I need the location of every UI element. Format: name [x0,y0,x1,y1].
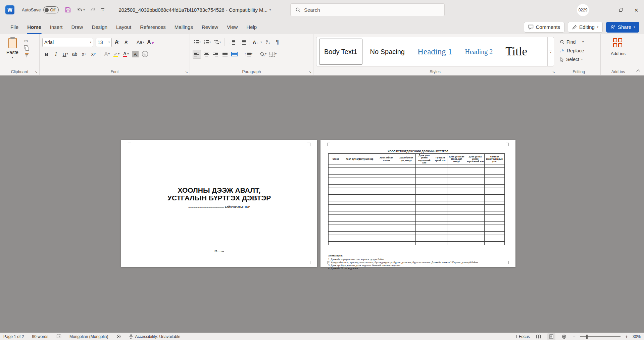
shading-button[interactable]: ▾ [258,50,267,59]
redo-button[interactable] [90,7,96,13]
subscript-button[interactable]: x2 [80,50,88,59]
document-page-1[interactable]: ХООЛНЫ ДЭЭЖ АВАЛТ, УСТГАЛЫН БҮРТГЭХ ДЭВТ… [121,140,317,267]
tab-home[interactable]: Home [23,20,46,34]
table-row[interactable] [329,228,505,232]
zoom-level[interactable]: 30% [633,334,641,339]
minimize-button[interactable] [598,0,613,20]
table-row[interactable] [329,178,505,181]
search-box[interactable] [290,3,445,16]
editing-mode-button[interactable]: Editing ▾ [568,22,603,33]
page-indicator[interactable]: Page 1 of 2 [3,334,24,339]
language-indicator[interactable]: Mongolian (Mongolia) [69,334,108,339]
style-card-body-text1[interactable]: Body Text1 [319,39,362,65]
superscript-button[interactable]: x2 [89,50,98,59]
restore-button[interactable] [613,0,629,20]
account-avatar[interactable]: 0229 [577,4,589,16]
zoom-in-button[interactable]: + [625,334,628,339]
autosave-control[interactable]: AutoSave Off [22,6,59,13]
customize-quick-access-button[interactable]: ▾ [101,8,104,12]
table-row[interactable] [329,232,505,235]
asian-layout-button[interactable]: A↔▾ [252,38,263,47]
proofing-errors-button[interactable] [56,334,61,339]
grow-font-button[interactable]: Aˆ [113,38,121,47]
zoom-slider[interactable] [580,336,621,337]
clipboard-dialog-launcher[interactable]: ↘ [35,70,38,74]
table-row[interactable] [329,208,505,211]
text-effects-button[interactable]: A▾ [103,50,111,59]
copy-button[interactable] [24,45,29,51]
read-mode-button[interactable] [535,333,543,340]
change-case-button[interactable]: Aa▾ [136,38,145,47]
sort-button[interactable]: AZ↓ [264,38,272,47]
italic-button[interactable]: I [52,50,60,59]
format-painter-button[interactable] [24,52,29,58]
font-name-combo[interactable]: ▾ [42,38,93,47]
accessibility-status-button[interactable]: Accessibility: Unavailable [129,334,181,339]
table-row[interactable] [329,198,505,201]
comments-button[interactable]: Comments [524,22,565,33]
tab-view[interactable]: View [222,20,242,34]
table-row[interactable] [329,218,505,222]
addins-group[interactable]: Add-ins Add-ins [601,34,636,75]
collapse-ribbon-button[interactable] [637,69,640,72]
show-paragraph-marks-button[interactable]: ¶ [273,38,282,47]
table-row[interactable] [329,205,505,208]
paragraph-dialog-launcher[interactable]: ↘ [309,70,311,74]
document-page-2[interactable]: ХООЛ БҮТЭЭГДЭХҮҮНИЙ ДЭЭЖИЙН БҮРТГЭЛ Огно… [320,140,515,267]
table-row[interactable] [329,222,505,225]
select-button[interactable]: Select ▾ [560,55,598,64]
enclose-characters-button[interactable] [141,50,149,59]
table-row[interactable] [329,185,505,188]
table-row[interactable] [329,238,505,242]
tab-draw[interactable]: Draw [67,20,87,34]
table-row[interactable] [329,164,505,168]
document-title[interactable]: 202509_4039bbd068c44fd1a7bf10783c754526 … [118,7,271,13]
undo-button[interactable]: ▾ [77,7,85,13]
proofing-status-button[interactable] [116,334,121,339]
tab-help[interactable]: Help [242,20,261,34]
tab-review[interactable]: Review [197,20,222,34]
close-button[interactable]: × [629,0,644,20]
font-dialog-launcher[interactable]: ↘ [185,70,188,74]
bold-button[interactable]: B [42,50,51,59]
style-card-heading-2[interactable]: Heading 2 [460,39,498,65]
multilevel-list-button[interactable]: ▾ [213,38,222,47]
styles-dialog-launcher[interactable]: ↘ [552,70,555,74]
align-center-button[interactable] [202,50,210,59]
table-row[interactable] [329,171,505,175]
style-card-title[interactable]: Title [500,39,532,65]
table-row[interactable] [329,211,505,215]
table-row[interactable] [329,195,505,198]
numbering-button[interactable]: ▾ [203,38,212,47]
bullets-button[interactable]: ▾ [193,38,202,47]
table-row[interactable] [329,242,505,245]
distribute-button[interactable] [230,50,239,59]
replace-button[interactable]: c b Replace [560,46,598,55]
table-row[interactable] [329,191,505,195]
table-row[interactable] [329,168,505,171]
table-row[interactable] [329,175,505,178]
share-button[interactable]: Share ▾ [606,22,639,33]
styles-gallery-more-button[interactable]: ▾ [547,37,554,66]
font-size-input[interactable] [98,40,108,45]
style-card-heading-1[interactable]: Heading 1 [412,39,457,65]
tab-references[interactable]: References [136,20,170,34]
strikethrough-button[interactable]: ab [70,50,79,59]
tab-layout[interactable]: Layout [112,20,136,34]
focus-mode-button[interactable]: Focus [513,334,530,339]
font-name-input[interactable] [44,40,90,45]
document-canvas[interactable]: ХООЛНЫ ДЭЭЖ АВАЛТ, УСТГАЛЫН БҮРТГЭХ ДЭВТ… [0,76,644,333]
table-row[interactable] [329,201,505,205]
underline-button[interactable]: U▾ [61,50,69,59]
word-count[interactable]: 90 words [32,334,48,339]
tab-mailings[interactable]: Mailings [170,20,197,34]
zoom-slider-thumb[interactable] [586,335,588,339]
font-color-button[interactable]: A▾ [121,50,130,59]
print-layout-button[interactable] [547,333,555,340]
align-right-button[interactable] [211,50,220,59]
decrease-indent-button[interactable]: ← [227,38,236,47]
justify-button[interactable] [221,50,229,59]
align-left-button[interactable] [193,50,201,59]
clear-formatting-button[interactable]: A [146,38,155,47]
table-row[interactable] [329,215,505,218]
